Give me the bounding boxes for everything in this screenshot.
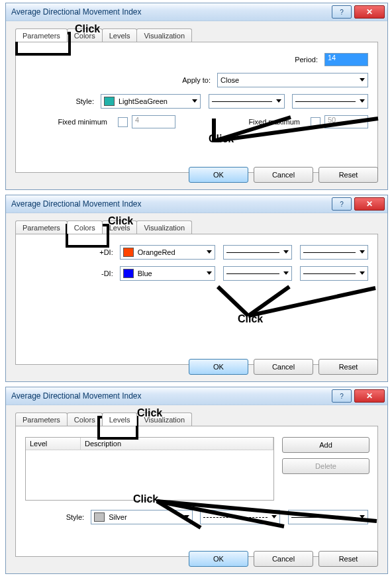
fixed-min-label: Fixed minimum	[25, 118, 114, 126]
tab-parameters[interactable]: Parameters	[15, 412, 68, 426]
di-minus-color-dropdown[interactable]: Blue	[120, 266, 216, 281]
di-minus-line-dropdown[interactable]	[223, 266, 291, 281]
close-button[interactable]: ✕	[354, 389, 385, 403]
color-chip	[123, 248, 134, 257]
tab-colors[interactable]: Colors	[67, 220, 103, 234]
reset-button[interactable]: Reset	[318, 551, 378, 567]
di-plus-line-dropdown[interactable]	[223, 245, 291, 260]
period-label: Period:	[295, 56, 324, 64]
help-button[interactable]: ?	[332, 5, 352, 19]
annotation-text: Click	[209, 133, 234, 145]
titlebar: Average Directional Movement Index ? ✕	[6, 3, 387, 21]
help-button[interactable]: ?	[332, 197, 352, 211]
titlebar: Average Directional Movement Index ? ✕	[6, 195, 387, 213]
tab-colors[interactable]: Colors	[67, 412, 103, 426]
tab-levels[interactable]: Levels	[102, 28, 138, 42]
levels-listbox[interactable]: Level Description	[25, 437, 274, 501]
tab-visualization[interactable]: Visualization	[136, 220, 192, 234]
annotation-text: Click	[108, 215, 133, 227]
annotation-text: Click	[133, 493, 158, 505]
ok-button[interactable]: OK	[189, 551, 248, 567]
style-label: Style:	[25, 513, 91, 521]
style-line-dropdown[interactable]	[209, 94, 285, 109]
style-label: Style:	[25, 97, 101, 105]
dialog-title: Average Directional Movement Index	[11, 7, 329, 17]
period-input[interactable]: 14	[324, 53, 368, 66]
applyto-dropdown[interactable]: Close	[217, 73, 368, 87]
tab-parameters[interactable]: Parameters	[15, 220, 68, 234]
tab-visualization[interactable]: Visualization	[136, 28, 192, 42]
add-button[interactable]: Add	[282, 437, 369, 453]
dialog-title: Average Directional Movement Index	[11, 391, 329, 401]
titlebar: Average Directional Movement Index ? ✕	[6, 387, 387, 405]
col-description: Description	[81, 438, 273, 450]
fixed-min-input[interactable]: 4	[132, 115, 175, 128]
di-plus-width-dropdown[interactable]	[300, 245, 368, 260]
color-chip	[104, 97, 115, 106]
di-plus-label: +DI:	[25, 248, 120, 256]
col-level: Level	[26, 438, 81, 450]
dialog-title: Average Directional Movement Index	[11, 199, 329, 209]
fixed-max-checkbox[interactable]	[311, 117, 320, 127]
color-chip	[123, 269, 134, 278]
applyto-label: Apply to:	[25, 76, 217, 84]
ok-button[interactable]: OK	[189, 167, 248, 183]
ok-button[interactable]: OK	[189, 359, 248, 375]
reset-button[interactable]: Reset	[318, 359, 378, 375]
di-minus-width-dropdown[interactable]	[300, 266, 368, 281]
annotation-text: Click	[238, 313, 263, 325]
style-color-dropdown[interactable]: LightSeaGreen	[101, 94, 201, 109]
di-minus-label: -DI:	[25, 269, 120, 277]
style-line-dropdown[interactable]	[200, 510, 280, 524]
cancel-button[interactable]: Cancel	[254, 551, 313, 567]
close-button[interactable]: ✕	[354, 5, 385, 19]
annotation-text: Click	[137, 407, 162, 419]
reset-button[interactable]: Reset	[318, 167, 378, 183]
cancel-button[interactable]: Cancel	[254, 167, 313, 183]
fixed-min-checkbox[interactable]	[118, 117, 128, 127]
style-width-dropdown[interactable]	[292, 94, 368, 109]
help-button[interactable]: ?	[332, 389, 352, 403]
fixed-max-input[interactable]: 50	[324, 115, 368, 128]
cancel-button[interactable]: Cancel	[254, 359, 313, 375]
tab-parameters[interactable]: Parameters	[15, 28, 68, 42]
tab-levels[interactable]: Levels	[102, 412, 138, 426]
annotation-text: Click	[75, 23, 100, 35]
close-button[interactable]: ✕	[354, 197, 385, 211]
style-width-dropdown[interactable]	[288, 510, 368, 524]
fixed-max-label: Fixed maximum	[248, 118, 307, 126]
style-color-dropdown[interactable]: Silver	[91, 510, 193, 524]
color-chip	[94, 512, 105, 522]
di-plus-color-dropdown[interactable]: OrangeRed	[120, 245, 216, 260]
delete-button[interactable]: Delete	[282, 458, 369, 474]
